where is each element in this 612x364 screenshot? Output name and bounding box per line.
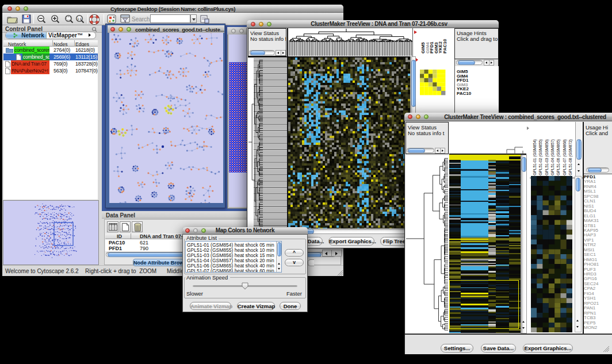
svg-text:1:1: 1:1 bbox=[77, 17, 82, 21]
